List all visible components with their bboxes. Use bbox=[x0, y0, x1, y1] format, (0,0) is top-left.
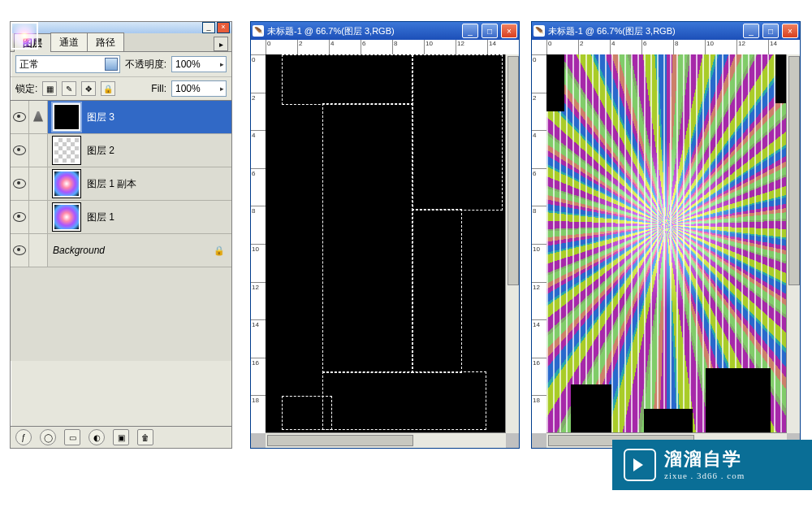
ruler-vertical[interactable]: 024681012141618 bbox=[532, 54, 547, 433]
panel-titlebar[interactable]: _ × bbox=[11, 22, 231, 33]
maximize-button[interactable]: □ bbox=[762, 24, 779, 38]
masked-region bbox=[571, 384, 611, 433]
watermark-title: 溜溜自学 bbox=[664, 449, 745, 470]
minimize-button[interactable]: _ bbox=[462, 24, 478, 38]
blend-mode-value: 正常 bbox=[19, 58, 39, 72]
lock-label: 锁定: bbox=[15, 82, 37, 96]
ruler-horizontal[interactable]: 02468101214 bbox=[266, 40, 519, 55]
layer-row[interactable]: Background 🔒 bbox=[11, 234, 231, 267]
document-titlebar[interactable]: 🪶 未标题-1 @ 66.7%(图层 3,RGB) _ □ × bbox=[251, 22, 519, 40]
tab-paths[interactable]: 路径 bbox=[87, 33, 124, 51]
fill-label: Fill: bbox=[151, 83, 166, 94]
layer-thumbnail[interactable] bbox=[53, 103, 80, 131]
layer-row[interactable]: 图层 2 bbox=[11, 134, 231, 167]
document-titlebar[interactable]: 🪶 未标题-1 @ 66.7%(图层 3,RGB) _ □ × bbox=[532, 22, 800, 40]
fill-field[interactable]: 100% bbox=[171, 80, 227, 97]
ruler-origin[interactable] bbox=[251, 40, 266, 55]
layer-row[interactable]: 图层 3 bbox=[11, 101, 231, 134]
fill-value: 100% bbox=[175, 83, 201, 94]
selection-marquee bbox=[322, 103, 413, 373]
app-icon: 🪶 bbox=[253, 25, 264, 37]
maximize-button[interactable]: □ bbox=[482, 24, 498, 38]
panel-menu-button[interactable] bbox=[214, 37, 228, 51]
canvas[interactable] bbox=[546, 54, 787, 433]
layer-set-button[interactable]: ▭ bbox=[64, 429, 80, 445]
layer-name-label: 图层 1 副本 bbox=[87, 177, 136, 191]
layer-thumbnail[interactable] bbox=[53, 137, 80, 164]
lock-all-icon[interactable]: 🔒 bbox=[101, 81, 115, 96]
lock-transparency-icon[interactable]: ▦ bbox=[42, 81, 57, 96]
masked-region bbox=[706, 368, 771, 433]
eye-icon bbox=[13, 212, 26, 222]
minimize-button[interactable]: _ bbox=[743, 24, 759, 38]
scrollbar-horizontal[interactable] bbox=[266, 432, 506, 448]
panel-footer: ƒ ◯ ▭ ◐ ▣ 🗑 bbox=[11, 426, 231, 448]
selection-marquee bbox=[282, 54, 413, 105]
panel-tabs: 图层 通道 路径 bbox=[11, 33, 231, 52]
visibility-toggle[interactable] bbox=[11, 234, 29, 267]
document-window: 🪶 未标题-1 @ 66.7%(图层 3,RGB) _ □ × 02468101… bbox=[531, 21, 801, 449]
masked-region bbox=[644, 409, 693, 433]
close-button[interactable]: × bbox=[501, 24, 517, 38]
layer-style-button[interactable]: ƒ bbox=[15, 429, 32, 445]
opacity-field[interactable]: 100% bbox=[171, 56, 227, 72]
tab-channels[interactable]: 通道 bbox=[50, 33, 88, 51]
document-title: 未标题-1 @ 66.7%(图层 3,RGB) bbox=[267, 25, 459, 37]
layer-mask-button[interactable]: ◯ bbox=[40, 429, 56, 445]
adjustment-layer-button[interactable]: ◐ bbox=[89, 429, 105, 445]
layer-row[interactable]: 图层 1 bbox=[11, 201, 231, 234]
layer-name-label: 图层 1 bbox=[87, 211, 114, 224]
link-toggle[interactable] bbox=[29, 134, 48, 167]
blend-opacity-row: 正常 不透明度: 100% bbox=[11, 52, 231, 77]
ruler-origin[interactable] bbox=[532, 40, 547, 55]
layer-name-label: 图层 2 bbox=[87, 144, 114, 158]
delete-layer-button[interactable]: 🗑 bbox=[137, 429, 153, 445]
link-toggle[interactable] bbox=[29, 201, 48, 233]
document-title: 未标题-1 @ 66.7%(图层 3,RGB) bbox=[548, 25, 740, 37]
ruler-horizontal[interactable]: 02468101214 bbox=[546, 40, 800, 55]
visibility-toggle[interactable] bbox=[11, 134, 29, 167]
eye-icon bbox=[13, 145, 26, 155]
selection-marquee bbox=[282, 396, 332, 430]
scrollbar-vertical[interactable] bbox=[505, 54, 519, 433]
blend-mode-dropdown[interactable]: 正常 bbox=[15, 55, 120, 73]
eye-icon bbox=[13, 112, 26, 122]
watermark-badge: 溜溜自学 zixue . 3d66 . com bbox=[612, 440, 812, 490]
canvas[interactable] bbox=[266, 54, 506, 433]
visibility-toggle[interactable] bbox=[11, 167, 29, 200]
app-icon: 🪶 bbox=[533, 25, 545, 37]
panel-minimize-button[interactable]: _ bbox=[202, 22, 215, 33]
selection-marquee bbox=[412, 54, 503, 211]
eye-icon bbox=[13, 179, 26, 189]
masked-region bbox=[546, 54, 564, 111]
selection-marquee bbox=[412, 209, 462, 373]
lock-position-icon[interactable]: ✥ bbox=[81, 81, 96, 96]
panel-close-button[interactable]: × bbox=[217, 22, 230, 33]
eye-icon bbox=[13, 245, 26, 255]
visibility-toggle[interactable] bbox=[11, 101, 29, 133]
play-icon bbox=[624, 449, 656, 481]
lock-row: 锁定: ▦ ✎ ✥ 🔒 Fill: 100% bbox=[11, 77, 231, 101]
lock-pixels-icon[interactable]: ✎ bbox=[62, 81, 76, 96]
visibility-toggle[interactable] bbox=[11, 201, 29, 233]
new-layer-button[interactable]: ▣ bbox=[113, 429, 129, 445]
layer-row[interactable]: 图层 1 副本 bbox=[11, 167, 231, 201]
layers-panel: _ × 图层 通道 路径 正常 不透明度: 100% 锁定: ▦ ✎ ✥ 🔒 F… bbox=[10, 21, 232, 449]
opacity-label: 不透明度: bbox=[125, 58, 166, 72]
layers-list: 图层 3 图层 2 图层 1 副本 图层 1 bbox=[11, 101, 231, 361]
scrollbar-vertical[interactable] bbox=[786, 54, 800, 433]
close-button[interactable]: × bbox=[782, 24, 798, 38]
document-window: 🪶 未标题-1 @ 66.7%(图层 3,RGB) _ □ × 02468101… bbox=[250, 21, 520, 449]
masked-region bbox=[775, 54, 787, 103]
opacity-value: 100% bbox=[175, 59, 201, 70]
layer-thumbnail[interactable] bbox=[53, 170, 80, 198]
ruler-vertical[interactable]: 024681012141618 bbox=[251, 54, 266, 433]
brush-icon bbox=[33, 111, 43, 123]
lock-icon: 🔒 bbox=[214, 245, 225, 256]
layer-name-label: 图层 3 bbox=[87, 111, 114, 124]
layer-thumbnail[interactable] bbox=[53, 203, 80, 231]
link-toggle[interactable] bbox=[29, 234, 48, 267]
edit-indicator[interactable] bbox=[29, 101, 48, 133]
watermark-subtitle: zixue . 3d66 . com bbox=[664, 471, 745, 481]
link-toggle[interactable] bbox=[29, 167, 48, 200]
